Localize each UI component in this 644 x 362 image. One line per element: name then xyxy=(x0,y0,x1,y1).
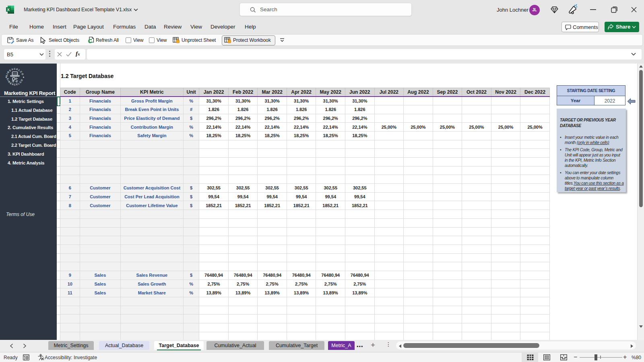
svg-text:X: X xyxy=(7,8,9,12)
